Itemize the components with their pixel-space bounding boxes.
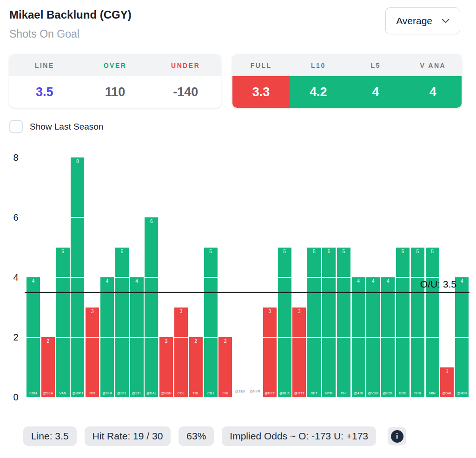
game-bar[interactable]: 3@DET <box>263 308 277 398</box>
bar-team-label: TOR <box>411 392 424 395</box>
gridline-cut <box>71 337 84 338</box>
bar-team-label: DET <box>307 392 321 395</box>
bar-value-label: 2 <box>41 339 55 344</box>
bar-value-label: 5 <box>426 249 439 254</box>
game-bar[interactable]: 2TBL <box>189 337 203 397</box>
bar-team-label: @SEA <box>41 392 55 395</box>
chip-line: Line: 3.5 <box>23 426 77 446</box>
bar-value-label: 3 <box>86 309 99 314</box>
averages-panel-header: FULLL10L5V ANA <box>232 54 462 76</box>
game-bar[interactable]: 5@STL <box>115 248 129 398</box>
game-bar[interactable]: 5@BUF <box>278 248 291 398</box>
bar-value-label: 5 <box>56 249 70 254</box>
gridline-cut <box>337 337 350 338</box>
game-bar[interactable]: 2@NSH <box>159 337 173 397</box>
game-bar[interactable]: 5BOS <box>396 248 410 398</box>
game-bar[interactable]: 5DET <box>307 248 321 398</box>
game-bar[interactable]: 4@CHI <box>100 277 114 397</box>
gridline-cut <box>174 337 188 338</box>
game-bar[interactable]: 5MIN <box>426 248 439 398</box>
bar-team-label: @VGK <box>366 392 380 395</box>
odds-value-over: 110 <box>80 76 151 108</box>
y-axis-tick-0: 0 <box>9 391 22 403</box>
game-bar[interactable]: 4@STL <box>130 277 144 397</box>
show-last-season-checkbox[interactable] <box>9 120 23 133</box>
game-bar[interactable]: 5NYR <box>322 248 336 398</box>
bar-value-label: 4 <box>26 279 40 284</box>
bar-value-label: 4 <box>100 279 114 284</box>
game-bar[interactable]: 6@DAL <box>145 217 158 397</box>
ou-line-label: O/U: 3.5 <box>420 279 456 290</box>
bar-value-label: 3 <box>174 309 188 314</box>
gridline-cut <box>292 337 306 338</box>
bar-team-label: @WPJ <box>71 392 84 395</box>
game-bar[interactable]: 8@WPJ <box>71 157 84 397</box>
odds-header-under: UNDER <box>150 62 221 69</box>
bar-value-label: 5 <box>337 249 350 254</box>
game-bar[interactable]: 5TOR <box>411 248 424 398</box>
gridline-cut <box>86 337 99 338</box>
bar-value-label: 5 <box>411 249 424 254</box>
gridline-cut <box>381 337 395 338</box>
game-bar[interactable]: 2CHI <box>218 337 232 397</box>
stat-subtitle: Shots On Goal <box>9 28 79 40</box>
gridline-cut <box>396 277 410 278</box>
gridline-cut <box>411 337 424 338</box>
game-bar[interactable]: 3NYI <box>86 308 99 398</box>
avg-header-v-ana: V ANA <box>404 62 462 69</box>
odds-panel: LINEOVERUNDER 3.5110-140 <box>9 54 221 108</box>
gridline-cut <box>396 337 410 338</box>
y-axis-tick-6: 6 <box>9 211 22 223</box>
game-bar[interactable]: 4@MIN <box>455 277 469 397</box>
bar-team-label: @DET <box>263 392 277 395</box>
gridline-cut <box>100 337 114 338</box>
gridline-cut <box>71 217 84 218</box>
game-bar[interactable]: 5PHI <box>337 248 350 398</box>
gridline-cut <box>145 337 158 338</box>
avg-value-l10: 4.2 <box>290 76 347 108</box>
bar-value-label: 5 <box>278 249 291 254</box>
bar-team-label: MIN <box>426 392 439 395</box>
game-bar[interactable]: 4@COL <box>381 277 395 397</box>
show-last-season-label: Show Last Season <box>30 122 103 132</box>
odds-value-line: 3.5 <box>9 76 80 108</box>
bar-value-label: 5 <box>307 249 321 254</box>
bar-team-label: NYR <box>322 392 336 395</box>
bar-value-label: 5 <box>115 249 129 254</box>
average-dropdown[interactable]: Average <box>385 7 460 34</box>
gridline-cut <box>322 277 336 278</box>
bar-value-label: 3 <box>292 309 306 314</box>
game-bar[interactable]: 4@ARI <box>352 277 365 397</box>
gridline-cut <box>56 337 70 338</box>
y-axis-tick-4: 4 <box>9 271 22 283</box>
game-bar[interactable]: 1@DAL <box>440 367 454 398</box>
gridline-cut <box>307 337 321 338</box>
page-title: Mikael Backlund (CGY) <box>9 8 132 21</box>
gridline-cut <box>130 337 144 338</box>
game-bar[interactable]: 4@VGK <box>366 277 380 397</box>
chip-implied-odds: Implied Odds ~ O: -173 U: +173 <box>222 426 376 446</box>
game-bar[interactable]: 4EDM <box>26 277 40 397</box>
gridline-cut <box>455 337 469 338</box>
gridline-cut <box>204 277 218 278</box>
summary-chips-row: Line: 3.5Hit Rate: 19 / 3063%Implied Odd… <box>23 426 406 446</box>
gridline-cut <box>278 277 291 278</box>
avg-value-v-ana: 4 <box>404 76 462 108</box>
bar-team-label: @OTT <box>292 392 306 395</box>
chip-hit-pct: 63% <box>178 426 214 446</box>
gridline-cut <box>337 277 350 278</box>
game-bar[interactable]: 5CBJ <box>204 248 218 398</box>
info-icon-glyph: i <box>391 430 403 443</box>
info-icon[interactable]: i <box>388 427 406 445</box>
game-bar[interactable]: 3@OTT <box>292 308 306 398</box>
gridline-cut <box>26 337 40 338</box>
game-bar[interactable]: 5VAN <box>56 248 70 398</box>
gridline-cut <box>115 337 129 338</box>
bar-team-label: @MIN <box>455 392 469 395</box>
bar-value-label: 2 <box>218 339 232 344</box>
game-bar[interactable]: 2@SEA <box>41 337 55 397</box>
game-bar[interactable]: 3COL <box>174 308 188 398</box>
bar-team-label: NYI <box>86 392 99 395</box>
gridline-cut <box>352 337 365 338</box>
bar-team-label: PHI <box>337 392 350 395</box>
